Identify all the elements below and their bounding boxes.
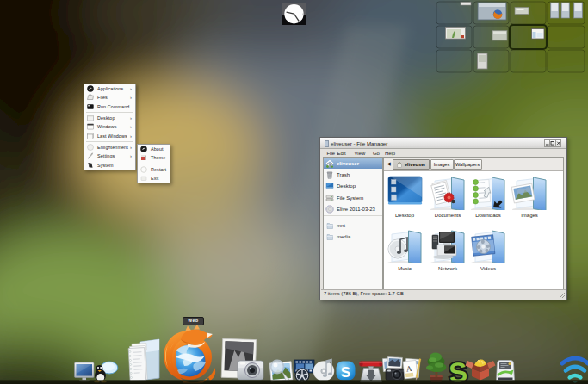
svg-text:S: S [341,364,350,381]
